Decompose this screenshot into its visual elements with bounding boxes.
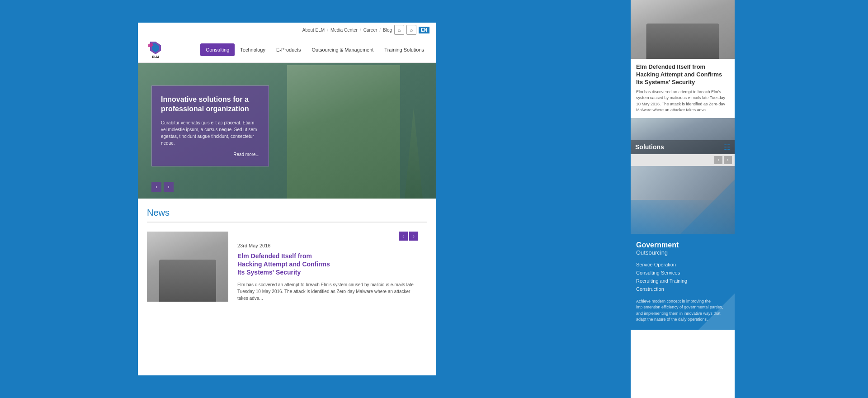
rp-solutions-next-button[interactable]: › xyxy=(724,156,732,164)
header-main-bar: ELM Consulting Technology E-Products Out… xyxy=(145,37,429,62)
news-article-excerpt: Elm has discovered an attempt to breach … xyxy=(237,281,418,302)
svg-marker-4 xyxy=(680,180,735,234)
hero-image xyxy=(287,65,400,199)
news-section: News ‹ › 23rd May 2016 Elm Defended Itse… xyxy=(138,199,436,311)
rp-title-line1: Elm Defended Itself from xyxy=(636,63,705,70)
sep1: / xyxy=(327,28,328,33)
rp-article-body: Elm has discovered an attempt to breach … xyxy=(636,89,729,114)
hero-title: Innovative solutions for a professional … xyxy=(161,95,259,114)
site-header: About ELM / Media Center / Career / Blog… xyxy=(138,23,436,63)
rp-gov-link-consulting-services[interactable]: Consulting Services xyxy=(636,269,729,277)
rp-gov-link-service-operation[interactable]: Service Operation xyxy=(636,261,729,269)
news-headline-line1: Elm Defended Itself from xyxy=(237,252,312,260)
rp-title-line2: Hacking Attempt and Confirms xyxy=(636,71,722,78)
rp-article-text: Elm Defended Itself from Hacking Attempt… xyxy=(631,59,735,118)
rp-grid-icon: ☷ xyxy=(724,143,730,152)
hero-prev-button[interactable]: ‹ xyxy=(151,182,161,192)
news-article-content: ‹ › 23rd May 2016 Elm Defended Itself fr… xyxy=(237,232,418,302)
news-navigation: ‹ › xyxy=(399,232,418,241)
rp-article-image-placeholder xyxy=(631,0,735,59)
home-icon: ⌂ xyxy=(398,27,401,33)
career-link[interactable]: Career xyxy=(363,28,377,33)
site-logo[interactable]: ELM xyxy=(145,41,166,59)
search-icon: ⌕ xyxy=(410,27,413,33)
hero-content-box: Innovative solutions for a professional … xyxy=(151,85,269,166)
news-article: ‹ › 23rd May 2016 Elm Defended Itself fr… xyxy=(147,232,427,302)
svg-text:ELM: ELM xyxy=(152,55,159,58)
rp-solutions-detail-image xyxy=(631,166,735,234)
main-content-area: About ELM / Media Center / Career / Blog… xyxy=(138,23,436,375)
news-article-headline: Elm Defended Itself from Hacking Attempt… xyxy=(237,252,418,277)
rp-solutions-prev-button[interactable]: ‹ xyxy=(714,156,722,164)
hero-body-text: Curabitur venenatis quis elit ac placera… xyxy=(161,119,259,147)
nav-technology[interactable]: Technology xyxy=(235,43,271,56)
nav-eproducts[interactable]: E-Products xyxy=(271,43,306,56)
sep3: / xyxy=(379,28,381,33)
hero-read-more-link[interactable]: Read more... xyxy=(161,152,259,157)
news-article-image xyxy=(147,232,228,302)
hero-banner: Innovative solutions for a professional … xyxy=(138,63,436,199)
rp-solutions-nav: ‹ › xyxy=(631,154,735,166)
rp-gov-link-recruiting-training[interactable]: Recruiting and Training xyxy=(636,277,729,285)
hero-next-button[interactable]: › xyxy=(164,182,174,192)
svg-marker-5 xyxy=(689,284,735,330)
nav-outsourcing[interactable]: Outsourcing & Management xyxy=(306,43,379,56)
nav-consulting[interactable]: Consulting xyxy=(200,43,235,56)
rp-solutions-text: Solutions xyxy=(635,143,664,151)
hero-person-image xyxy=(287,65,400,199)
news-next-button[interactable]: › xyxy=(409,232,418,241)
news-headline-line3: Its Systems' Security xyxy=(237,269,301,276)
search-icon-btn[interactable]: ⌕ xyxy=(406,25,416,35)
news-article-date: 23rd May 2016 xyxy=(237,243,418,248)
right-panel: Elm Defended Itself from Hacking Attempt… xyxy=(631,0,735,398)
news-image-placeholder xyxy=(147,232,228,302)
blog-link[interactable]: Blog xyxy=(383,28,392,33)
hero-navigation: ‹ › xyxy=(151,182,174,192)
home-icon-btn[interactable]: ⌂ xyxy=(394,25,404,35)
news-section-title: News xyxy=(147,208,427,223)
news-headline-line2: Hacking Attempt and Confirms xyxy=(237,261,330,268)
nav-training[interactable]: Training Solutions xyxy=(379,43,429,56)
language-toggle[interactable]: EN xyxy=(419,27,429,33)
logo-graphic: ELM xyxy=(145,41,166,59)
rp-government-panel: Government Outsourcing Service Operation… xyxy=(631,234,735,330)
rp-solutions-label: Solutions ☷ xyxy=(631,140,735,154)
rp-gov-subtitle: Outsourcing xyxy=(636,249,729,256)
media-center-link[interactable]: Media Center xyxy=(330,28,358,33)
rp-article-image xyxy=(631,0,735,59)
header-top-bar: About ELM / Media Center / Career / Blog… xyxy=(145,23,429,37)
about-elm-link[interactable]: About ELM xyxy=(302,28,325,33)
sep2: / xyxy=(360,28,361,33)
rp-solutions-banner: Solutions ☷ xyxy=(631,118,735,154)
main-nav: Consulting Technology E-Products Outsour… xyxy=(200,43,429,56)
rp-title-line3: Its Systems' Security xyxy=(636,79,695,85)
rp-triangle-decoration xyxy=(680,180,735,234)
rp-gov-triangle xyxy=(689,284,735,330)
news-prev-button[interactable]: ‹ xyxy=(399,232,408,241)
rp-gov-title: Government xyxy=(636,241,729,249)
rp-article-title: Elm Defended Itself from Hacking Attempt… xyxy=(636,63,729,86)
